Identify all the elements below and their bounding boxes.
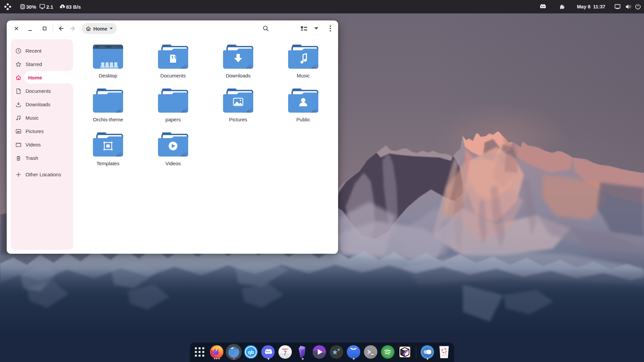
svg-text:qb: qb — [248, 350, 254, 355]
svg-text:7: 7 — [284, 350, 287, 356]
svg-text:FRIDAY: FRIDAY — [282, 348, 288, 350]
